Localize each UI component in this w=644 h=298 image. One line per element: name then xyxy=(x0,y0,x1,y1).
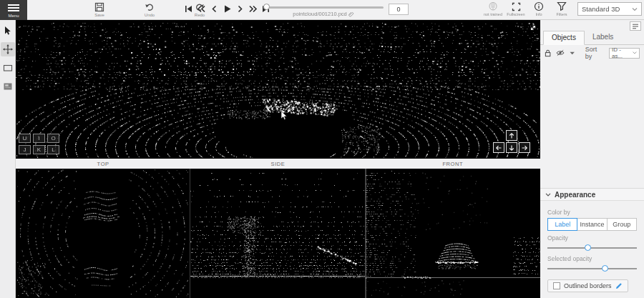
fast-forward-button[interactable] xyxy=(248,3,258,14)
appearance-header[interactable]: Appearance xyxy=(540,189,644,201)
chevron-down-icon xyxy=(632,7,638,11)
ai-model-button[interactable]: not trained xyxy=(483,1,503,16)
filter-icon xyxy=(557,1,567,11)
dropdown-caret-icon[interactable] xyxy=(570,51,575,55)
key-u-button[interactable]: U xyxy=(19,134,31,143)
select-tool-button[interactable] xyxy=(1,24,15,38)
color-by-instance-option[interactable]: Instance xyxy=(577,218,607,231)
filters-button[interactable]: Filters xyxy=(552,1,572,16)
ai-model-label: not trained xyxy=(484,12,502,16)
frame-seek-area: pointcloud/001210.pcd xyxy=(263,1,384,17)
cuboid-icon xyxy=(3,64,13,72)
save-button[interactable]: Save xyxy=(87,2,112,17)
key-i-button[interactable]: I xyxy=(33,134,45,143)
visibility-off-icon[interactable] xyxy=(556,49,565,56)
frame-seek-slider[interactable] xyxy=(263,6,384,9)
sort-select-value: ID - as... xyxy=(612,46,633,59)
playback-controls xyxy=(183,3,271,14)
pan-arrow-pad xyxy=(493,130,530,154)
topbar-right-tools: not trained Fullscreen Info Filters xyxy=(483,1,642,16)
object-list[interactable] xyxy=(540,61,644,188)
info-icon xyxy=(534,1,544,11)
play-button[interactable] xyxy=(222,3,233,14)
undo-label: Undo xyxy=(145,13,155,17)
view-shortcut-keypad: U I O J K L xyxy=(19,134,59,154)
fullscreen-button[interactable]: Fullscreen xyxy=(506,2,526,16)
ortho-views xyxy=(16,169,540,298)
side-view-canvas[interactable] xyxy=(190,169,365,298)
top-view-canvas[interactable] xyxy=(16,169,190,298)
expand-view-icon[interactable] xyxy=(529,22,537,31)
opacity-slider-handle[interactable] xyxy=(585,244,591,251)
selected-opacity-label: Selected opacity xyxy=(547,255,637,262)
hamburger-icon xyxy=(8,3,19,13)
sort-select[interactable]: ID - as... xyxy=(609,48,640,59)
undo-button[interactable]: Undo xyxy=(137,2,162,17)
panel-menu-button[interactable] xyxy=(630,21,641,31)
image-view-tool-button[interactable] xyxy=(1,79,15,94)
save-label: Save xyxy=(94,13,104,17)
selected-opacity-slider-handle[interactable] xyxy=(602,265,608,272)
move-tool-button[interactable] xyxy=(1,42,15,56)
object-list-controls: Sort by ID - as... xyxy=(540,45,644,61)
pan-left-button[interactable] xyxy=(493,142,504,153)
key-k-button[interactable]: K xyxy=(33,145,45,154)
undo-icon xyxy=(145,2,155,12)
color-by-label-option[interactable]: Label xyxy=(547,218,577,231)
right-panel: Objects Labels Sort by ID - as... xyxy=(540,20,644,298)
prev-frame-button[interactable] xyxy=(209,3,220,14)
pan-right-button[interactable] xyxy=(519,142,530,153)
key-l-button[interactable]: L xyxy=(47,145,59,154)
outlined-borders-control: Outlined borders xyxy=(547,279,628,292)
save-icon xyxy=(94,2,104,12)
cuboid-tool-button[interactable] xyxy=(1,61,15,75)
skip-start-button[interactable] xyxy=(183,3,194,14)
fullscreen-icon xyxy=(512,2,521,11)
color-by-segmented: Label Instance Group xyxy=(547,218,637,231)
left-toolbar xyxy=(0,20,16,298)
color-by-label: Color by xyxy=(547,209,637,216)
chevron-down-icon xyxy=(545,193,551,197)
menu-button-label: Menu xyxy=(8,14,19,18)
tab-objects[interactable]: Objects xyxy=(543,31,585,45)
list-icon xyxy=(632,24,639,29)
key-j-button[interactable]: J xyxy=(19,145,31,154)
front-view-canvas[interactable] xyxy=(366,169,540,298)
info-button[interactable]: Info xyxy=(529,1,549,16)
ortho-view-labels: TOP SIDE FRONT xyxy=(16,159,540,169)
key-o-button[interactable]: O xyxy=(47,134,59,143)
image-icon xyxy=(3,82,13,91)
filters-label: Filters xyxy=(557,12,567,16)
opacity-slider[interactable] xyxy=(547,244,637,252)
side-view-label: SIDE xyxy=(190,161,365,167)
main-3d-canvas[interactable] xyxy=(16,20,540,159)
tab-labels[interactable]: Labels xyxy=(585,31,621,44)
appearance-section: Appearance Color by Label Instance Group… xyxy=(540,188,644,298)
fast-rewind-button[interactable] xyxy=(196,3,207,14)
attachment-icon[interactable] xyxy=(348,11,354,17)
pan-down-button[interactable] xyxy=(506,142,517,153)
frame-seek-handle[interactable] xyxy=(263,4,270,10)
menu-button[interactable]: Menu xyxy=(0,0,27,20)
selected-opacity-slider[interactable] xyxy=(547,264,637,272)
chevron-down-icon xyxy=(633,51,637,54)
top-view-label: TOP xyxy=(16,161,190,167)
panel-tabs: Objects Labels xyxy=(540,31,644,45)
topbar: Menu Save Undo xyxy=(0,0,644,20)
fullscreen-label: Fullscreen xyxy=(507,12,525,16)
move-icon xyxy=(3,44,13,54)
view-mode-select[interactable]: Standard 3D xyxy=(577,2,642,16)
sort-by-label: Sort by xyxy=(585,46,604,60)
color-by-group-option[interactable]: Group xyxy=(607,218,637,231)
frame-number-input[interactable] xyxy=(389,4,409,15)
brain-icon xyxy=(488,1,498,11)
app-window: Menu Save Undo xyxy=(0,0,644,298)
pan-up-button[interactable] xyxy=(506,130,517,141)
outlined-borders-checkbox[interactable] xyxy=(553,282,560,289)
info-label: Info xyxy=(535,12,542,16)
next-frame-button[interactable] xyxy=(235,3,245,14)
pencil-icon[interactable] xyxy=(615,282,623,289)
lock-icon[interactable] xyxy=(545,49,551,57)
view-mode-value: Standard 3D xyxy=(582,5,620,13)
pointer-icon xyxy=(3,26,12,36)
